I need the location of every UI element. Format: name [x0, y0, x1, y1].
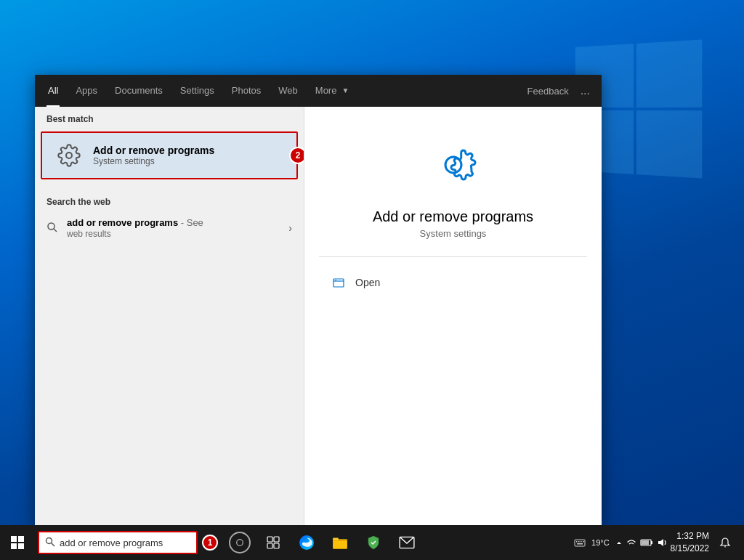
tab-all[interactable]: All — [46, 75, 60, 107]
tab-web[interactable]: Web — [277, 75, 299, 107]
search-icon — [46, 222, 60, 235]
best-match-label: Best match — [35, 107, 304, 129]
tray-expand-icon[interactable] — [615, 539, 623, 546]
battery-icon — [640, 538, 653, 547]
start-menu: All Apps Documents Settings Photos Web M… — [35, 75, 602, 525]
tab-more[interactable]: More ▼ — [314, 75, 351, 107]
file-explorer-button[interactable] — [324, 527, 356, 559]
tab-apps[interactable]: Apps — [74, 75, 99, 107]
taskbar-icons — [224, 527, 423, 559]
svg-rect-20 — [576, 541, 578, 543]
svg-point-7 — [46, 537, 52, 543]
start-button[interactable] — [0, 525, 35, 560]
desktop: All Apps Documents Settings Photos Web M… — [0, 0, 744, 560]
tab-photos[interactable]: Photos — [230, 75, 262, 107]
best-match-text: Add or remove programs System settings — [93, 145, 214, 166]
open-window-icon — [331, 275, 347, 291]
right-panel: Add or remove programs System settings O… — [304, 107, 602, 525]
feedback-button[interactable]: Feedback — [527, 86, 569, 97]
web-result-item[interactable]: add or remove programs - Seeweb results … — [35, 211, 304, 245]
open-label: Open — [355, 277, 380, 288]
search-web-section: Search the web add or remove programs - … — [35, 182, 304, 249]
clock: 1:32 PM 8/15/2022 — [671, 530, 709, 555]
mail-button[interactable] — [391, 527, 423, 559]
svg-rect-23 — [583, 541, 584, 543]
svg-rect-12 — [267, 543, 272, 548]
cortana-button[interactable] — [224, 527, 256, 559]
svg-rect-10 — [267, 537, 272, 542]
taskbar-search-box[interactable] — [38, 531, 198, 554]
edge-browser-button[interactable] — [291, 527, 323, 559]
left-panel: Best match Add or remove programs System… — [35, 107, 304, 525]
step-badge-2: 2 — [289, 147, 304, 164]
notification-button[interactable] — [712, 529, 738, 556]
svg-point-0 — [66, 153, 72, 158]
task-view-button[interactable] — [257, 527, 289, 559]
wifi-icon — [626, 537, 637, 548]
svg-rect-13 — [274, 543, 279, 548]
keyboard-icon — [574, 537, 586, 548]
windows-logo-icon — [11, 536, 24, 549]
tab-documents[interactable]: Documents — [113, 75, 164, 107]
right-panel-subtitle: System settings — [420, 228, 487, 239]
svg-rect-26 — [651, 541, 652, 544]
open-action[interactable]: Open — [319, 269, 587, 296]
taskbar: 1 — [0, 525, 744, 560]
svg-rect-19 — [575, 540, 585, 546]
large-gear-icon — [424, 136, 482, 194]
svg-rect-24 — [577, 543, 583, 545]
step-badge-1: 1 — [202, 535, 218, 551]
best-match-item[interactable]: Add or remove programs System settings 2 — [41, 131, 298, 179]
system-tray: 19°C — [574, 529, 744, 556]
svg-point-1 — [48, 223, 54, 230]
gear-icon — [54, 140, 84, 171]
search-header: All Apps Documents Settings Photos Web M… — [35, 75, 602, 107]
chevron-right-icon: › — [288, 222, 292, 234]
separator — [319, 256, 587, 257]
svg-line-2 — [54, 229, 57, 232]
cortana-icon — [229, 532, 251, 553]
svg-line-8 — [52, 543, 55, 546]
volume-icon — [656, 537, 668, 548]
svg-point-9 — [237, 540, 243, 546]
svg-rect-6 — [335, 280, 336, 281]
web-result-text: add or remove programs - Seeweb results — [67, 217, 288, 239]
search-web-label: Search the web — [35, 190, 304, 211]
svg-rect-17 — [333, 537, 339, 540]
sys-icons: 19°C — [574, 537, 668, 548]
svg-rect-21 — [578, 541, 580, 543]
svg-rect-11 — [274, 537, 279, 542]
security-button[interactable] — [357, 527, 389, 559]
svg-rect-22 — [581, 541, 582, 543]
right-panel-title: Add or remove programs — [373, 208, 533, 225]
search-content: Best match Add or remove programs System… — [35, 107, 602, 525]
tab-settings[interactable]: Settings — [179, 75, 216, 107]
more-options-button[interactable]: ... — [581, 84, 590, 97]
taskbar-search-input[interactable] — [60, 537, 176, 548]
svg-rect-27 — [642, 540, 649, 545]
search-header-right: Feedback ... — [527, 84, 590, 97]
search-icon-small — [45, 537, 55, 549]
chevron-down-icon: ▼ — [341, 86, 349, 94]
temperature-display: 19°C — [591, 538, 610, 547]
